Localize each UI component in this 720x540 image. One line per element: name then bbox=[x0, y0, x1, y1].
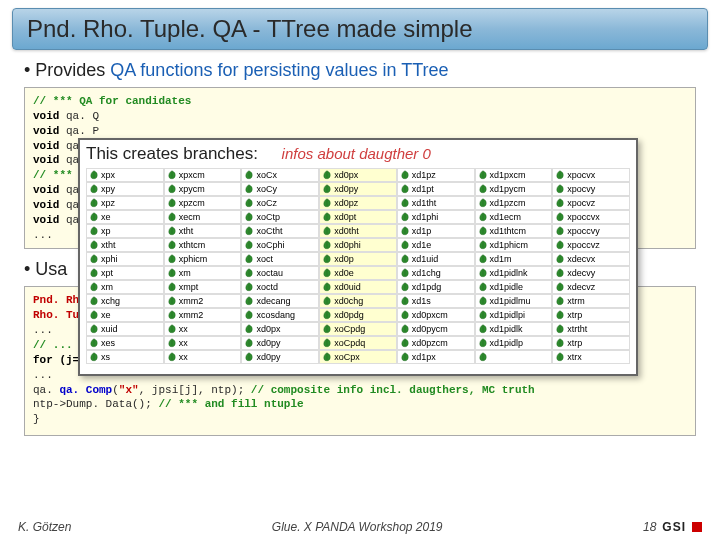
branch-leaf: xd0py bbox=[241, 336, 319, 350]
branch-leaf: xoctau bbox=[241, 266, 319, 280]
code-comment: // ... bbox=[33, 339, 73, 351]
branch-leaf: xm bbox=[86, 280, 164, 294]
branch-leaf: xd1pidlmu bbox=[475, 294, 553, 308]
branch-leaf: xd0uid bbox=[319, 280, 397, 294]
branches-overlay: This creates branches: infos about daugt… bbox=[78, 138, 638, 376]
branch-grid: xpxxpxcmxoCxxd0pxxd1pzxd1pxcmxpocvxxpyxp… bbox=[86, 168, 630, 364]
branch-leaf: xchg bbox=[86, 294, 164, 308]
branch-leaf: xd1pt bbox=[397, 182, 475, 196]
branch-leaf: xd0pxcm bbox=[397, 308, 475, 322]
code-text: qa. Q bbox=[59, 110, 99, 122]
branch-leaf: xd0chg bbox=[319, 294, 397, 308]
code-text: ... bbox=[33, 229, 53, 241]
branch-leaf: xpx bbox=[86, 168, 164, 182]
branch-leaf: xoCz bbox=[241, 196, 319, 210]
branch-leaf: xoCtht bbox=[241, 224, 319, 238]
branch-leaf: xm bbox=[164, 266, 242, 280]
branch-leaf: xtht bbox=[164, 224, 242, 238]
branch-leaf: xd0py bbox=[319, 182, 397, 196]
footer: K. Götzen Glue. X PANDA Workshop 2019 18… bbox=[0, 520, 720, 534]
branch-leaf: xoct bbox=[241, 252, 319, 266]
branch-leaf: xd1e bbox=[397, 238, 475, 252]
branch-leaf: xphicm bbox=[164, 252, 242, 266]
branch-leaf: xpoccvy bbox=[552, 224, 630, 238]
branch-leaf: xd1pidle bbox=[475, 280, 553, 294]
overlay-header: This creates branches: infos about daugt… bbox=[86, 144, 630, 164]
code-kw: void bbox=[33, 214, 59, 226]
code-str: "x" bbox=[119, 384, 139, 396]
code-fn: qa. Comp bbox=[59, 384, 112, 396]
branch-leaf: xthtcm bbox=[164, 238, 242, 252]
branch-leaf: xd0pt bbox=[319, 210, 397, 224]
branch-leaf: xoCpx bbox=[319, 350, 397, 364]
branch-leaf: xes bbox=[86, 336, 164, 350]
code-kw: void bbox=[33, 199, 59, 211]
gsi-logo: GSI bbox=[662, 520, 686, 534]
branch-leaf: xdecvx bbox=[552, 252, 630, 266]
branch-leaf: xpt bbox=[86, 266, 164, 280]
footer-author: K. Götzen bbox=[18, 520, 71, 534]
branch-leaf: xd1ecm bbox=[475, 210, 553, 224]
code-text: } bbox=[33, 413, 40, 425]
branch-leaf: xpy bbox=[86, 182, 164, 196]
code-kw: void bbox=[33, 154, 59, 166]
code-text: qa. bbox=[33, 384, 59, 396]
branch-leaf: xpocvy bbox=[552, 182, 630, 196]
branch-leaf: xd1tht bbox=[397, 196, 475, 210]
branch-leaf: xoCy bbox=[241, 182, 319, 196]
branch-leaf: xtrp bbox=[552, 336, 630, 350]
slide-title: Pnd. Rho. Tuple. QA - TTree made simple bbox=[27, 15, 693, 43]
code-text: ... bbox=[33, 369, 53, 381]
code-kw: void bbox=[33, 125, 59, 137]
branch-leaf: xe bbox=[86, 210, 164, 224]
branch-leaf: xdecvz bbox=[552, 280, 630, 294]
branch-leaf: xmm2 bbox=[164, 294, 242, 308]
branch-leaf: xpoccvx bbox=[552, 210, 630, 224]
overlay-annotation: infos about daugther 0 bbox=[282, 145, 431, 162]
branch-leaf: xd1s bbox=[397, 294, 475, 308]
branch-leaf: xd0py bbox=[241, 350, 319, 364]
code-comment: // composite info incl. daugthers, MC tr… bbox=[251, 384, 535, 396]
branch-leaf: xcosdang bbox=[241, 308, 319, 322]
branch-leaf: xtrx bbox=[552, 350, 630, 364]
code-comment: // *** QA for candidates bbox=[33, 95, 191, 107]
code-comment: // *** and fill ntuple bbox=[158, 398, 303, 410]
branch-leaf: xd0p bbox=[319, 252, 397, 266]
branch-leaf: xpycm bbox=[164, 182, 242, 196]
branch-leaf: xd1pidlnk bbox=[475, 266, 553, 280]
branch-leaf: xoCpdq bbox=[319, 336, 397, 350]
branch-leaf: xpz bbox=[86, 196, 164, 210]
branch-leaf: xphi bbox=[86, 252, 164, 266]
branch-leaf: xx bbox=[164, 322, 242, 336]
code-kw: void bbox=[33, 110, 59, 122]
branch-leaf: xd1pzcm bbox=[475, 196, 553, 210]
branch-leaf: xd0tht bbox=[319, 224, 397, 238]
branch-leaf: xd0e bbox=[319, 266, 397, 280]
branch-leaf: xoctd bbox=[241, 280, 319, 294]
branch-leaf: xd1m bbox=[475, 252, 553, 266]
overlay-title: This creates branches: bbox=[86, 144, 258, 163]
branch-leaf: xd1phicm bbox=[475, 238, 553, 252]
branch-leaf: xuid bbox=[86, 322, 164, 336]
branch-leaf: xd1thtcm bbox=[475, 224, 553, 238]
branch-leaf: xd1chg bbox=[397, 266, 475, 280]
branch-leaf: xp bbox=[86, 224, 164, 238]
branch-leaf: xd1p bbox=[397, 224, 475, 238]
branch-leaf: xd0pzcm bbox=[397, 336, 475, 350]
branch-leaf: xpocvx bbox=[552, 168, 630, 182]
code-text: qa. P bbox=[59, 125, 99, 137]
branch-leaf: xd1pdg bbox=[397, 280, 475, 294]
branch-leaf: xd0pycm bbox=[397, 322, 475, 336]
branch-leaf: xd1pycm bbox=[475, 182, 553, 196]
branch-leaf: xd0pz bbox=[319, 196, 397, 210]
branch-leaf: xtrm bbox=[552, 294, 630, 308]
branch-leaf: xoCphi bbox=[241, 238, 319, 252]
branch-leaf: xoCpdg bbox=[319, 322, 397, 336]
code-text: ( bbox=[112, 384, 119, 396]
branch-leaf: xpxcm bbox=[164, 168, 242, 182]
branch-leaf: xd0px bbox=[241, 322, 319, 336]
branch-leaf: xd0px bbox=[319, 168, 397, 182]
branch-leaf: xdecvy bbox=[552, 266, 630, 280]
bullet-blue: QA functions for persisting values in TT… bbox=[110, 60, 448, 80]
branch-leaf: xd1pidlpi bbox=[475, 308, 553, 322]
